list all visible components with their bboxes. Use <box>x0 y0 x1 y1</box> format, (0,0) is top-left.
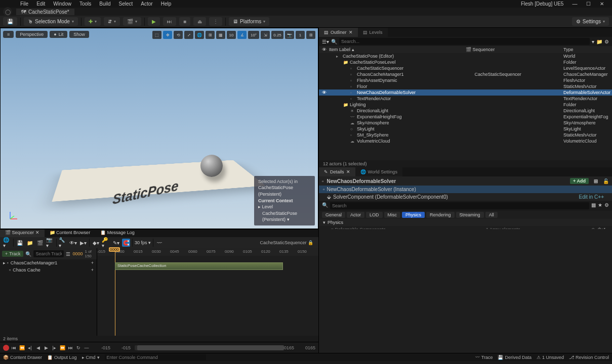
grid-snap-icon[interactable]: ▦ <box>216 31 225 39</box>
message-log-tab[interactable]: 📋 Message Log <box>95 230 140 237</box>
angle-snap-icon[interactable]: ∡ <box>237 31 247 39</box>
filter-chip[interactable]: Rendering <box>426 212 455 218</box>
tree-row[interactable]: ▫SM_SkySphereStaticMeshActor <box>319 132 612 138</box>
cinematics-button[interactable]: 🎬 <box>123 17 141 26</box>
render-icon[interactable]: 🎬 <box>36 239 44 247</box>
range-button[interactable]: — <box>83 345 90 350</box>
outliner-search-input[interactable] <box>339 38 590 45</box>
track-search-input[interactable] <box>33 250 64 257</box>
sequencer-tab[interactable]: 🎬 Sequencer ✕ <box>0 230 45 237</box>
filter-chip[interactable]: Streaming <box>456 212 484 218</box>
details-body[interactable]: ▾ Physics ▾ Deformable Components1 Array… <box>319 219 612 229</box>
surface-snap-icon[interactable]: ⊞ <box>206 31 215 39</box>
eye-icon[interactable]: 👁 <box>322 47 329 52</box>
revision-control-button[interactable]: ⎇ Revision Control <box>569 355 609 360</box>
playback-icon[interactable]: ▶▾ <box>79 239 87 247</box>
close-icon[interactable]: ✕ <box>349 30 353 35</box>
goto-end-button[interactable]: ⏭ <box>67 345 74 350</box>
dropdown-icon[interactable]: ▾ <box>592 39 594 44</box>
menu-help[interactable]: Help <box>157 1 176 7</box>
tree-row[interactable]: ☀DirectionalLightDirectionalLight <box>319 108 612 114</box>
sequence-clip[interactable]: StaticPoseCacheCollection <box>115 262 283 270</box>
step-back-button[interactable]: ⏪ <box>18 345 25 350</box>
new-folder-icon[interactable]: 📁 <box>596 39 602 44</box>
actions-icon[interactable]: 🔧▾ <box>59 239 67 247</box>
flesh-asset-sphere[interactable] <box>200 155 223 177</box>
details-search-input[interactable] <box>330 202 589 209</box>
viewmode-dropdown[interactable]: ● Lit <box>50 31 67 38</box>
filter-chip[interactable]: All <box>485 212 498 218</box>
col-item-label[interactable]: Item Label ▴ <box>329 47 466 52</box>
camera-speed-value[interactable]: 1 <box>296 31 305 39</box>
track-row[interactable]: ▸ ▫ ChaosCacheManager1+ <box>0 259 97 266</box>
tree-row[interactable]: ▸CacheStaticPose (Editor)World <box>319 53 612 59</box>
details-tab[interactable]: ✎ Details ✕ <box>319 167 355 176</box>
content-browser-tab[interactable]: 📁 Content Browser <box>45 230 96 237</box>
sequence-name[interactable]: CacheStaticSequencer 🔒 <box>260 240 315 245</box>
tree-row[interactable]: 〰ExponentialHeightFogExponentialHeightFo… <box>319 114 612 120</box>
menu-edit[interactable]: Edit <box>32 1 49 7</box>
output-log-button[interactable]: 📋 Output Log <box>47 355 77 360</box>
tree-row[interactable]: ▫TextRenderActorTextRenderActor <box>319 96 612 102</box>
menu-select[interactable]: Select <box>115 1 137 7</box>
viewport[interactable]: ≡ Perspective ● Lit Show ⬚ ✥ ⟲ ⤢ 🌐 ⊞ ▦ 1… <box>0 28 318 229</box>
tree-row[interactable]: ☁VolumetricCloudVolumetricCloud <box>319 138 612 144</box>
cmd-button[interactable]: ▸ Cmd ▾ <box>82 355 100 360</box>
reverse-play-button[interactable]: ◀ <box>34 345 42 350</box>
outliner-tree[interactable]: ▸CacheStaticPose (Editor)World📁CacheStat… <box>319 53 612 160</box>
col-sequencer[interactable]: 🎬 Sequencer <box>466 47 563 52</box>
coord-space-icon[interactable]: 🌐 <box>195 31 204 39</box>
close-icon[interactable]: ✕ <box>35 230 39 235</box>
levels-tab[interactable]: ▤ Levels <box>358 28 388 37</box>
scrub-bar[interactable] <box>135 345 280 350</box>
play-options[interactable]: ⋮ <box>209 17 222 26</box>
stop-button[interactable]: ■ <box>179 17 190 26</box>
show-dropdown[interactable]: Show <box>69 31 89 38</box>
lock-icon[interactable]: 🔓 <box>603 178 609 184</box>
trace-button[interactable]: 〰 Trace <box>475 355 493 360</box>
tree-row[interactable]: ▫FleshAssetDynamicFleshActor <box>319 77 612 83</box>
world-icon[interactable]: 🌐▾ <box>3 239 11 247</box>
tree-row[interactable]: 📁LightingFolder <box>319 102 612 108</box>
star-icon[interactable]: ★ <box>598 202 602 209</box>
camera-speed-icon[interactable]: 📷 <box>285 31 294 39</box>
menu-build[interactable]: Build <box>95 1 114 7</box>
next-key-button[interactable]: |▸ <box>51 345 58 350</box>
tree-row[interactable]: ▫FloorStaticMeshActor <box>319 83 612 89</box>
tree-row[interactable]: ▫CacheStaticSequencerLevelSequenceActor <box>319 65 612 71</box>
unsaved-button[interactable]: ⚠ 1 Unsaved <box>537 355 564 360</box>
tree-row[interactable]: ○SkyLightSkyLight <box>319 126 612 132</box>
add-key-icon[interactable]: + <box>91 267 94 272</box>
world-settings-tab[interactable]: 🌐 World Settings <box>355 167 402 176</box>
content-drawer-button[interactable]: 📦 Content Drawer <box>3 355 42 360</box>
save-icon[interactable]: 💾 <box>16 239 24 247</box>
save-button[interactable]: 💾 <box>3 17 17 26</box>
maximize-button[interactable]: ☐ <box>582 1 594 7</box>
fps-dropdown[interactable]: 30 fps ▾ <box>135 240 151 245</box>
add-track-button[interactable]: + Track <box>2 251 23 257</box>
menu-actor[interactable]: Actor <box>137 1 156 7</box>
add-content-button[interactable]: ✚ <box>85 17 101 26</box>
timeline[interactable]: -015000000150030004500600075009001050120… <box>97 248 318 336</box>
autokey-icon[interactable]: 🔑▾ <box>102 239 110 247</box>
hierarchy-icon[interactable]: ⊞ <box>592 178 600 184</box>
menu-window[interactable]: Window <box>49 1 75 7</box>
transform-rotate-icon[interactable]: ⟲ <box>174 31 183 39</box>
tree-row[interactable]: 📁CacheStaticPoseLevelFolder <box>319 59 612 65</box>
curve-editor-icon[interactable]: 〰 <box>155 239 164 247</box>
add-component-button[interactable]: + Add <box>570 178 589 184</box>
viewport-options[interactable]: ≡ <box>3 31 14 38</box>
add-key-icon[interactable]: + <box>91 260 94 265</box>
frame-number[interactable]: 0000 <box>72 251 83 256</box>
play-button[interactable]: ▶ <box>43 345 50 350</box>
snap-icon[interactable]: 🧲 <box>122 239 130 247</box>
grid-snap-value[interactable]: 10 <box>227 31 236 39</box>
grid-icon[interactable]: ▦ <box>591 202 596 209</box>
filter-chip[interactable]: General <box>322 212 345 218</box>
scale-snap-icon[interactable]: ⇲ <box>261 31 270 39</box>
edit-icon[interactable]: ✎▾ <box>112 239 120 247</box>
platforms-dropdown[interactable]: 🖥 Platforms <box>229 17 269 26</box>
filter-chip[interactable]: Physics <box>402 212 425 218</box>
perspective-dropdown[interactable]: Perspective <box>16 31 48 38</box>
settings-icon[interactable]: ⚙ <box>604 39 609 44</box>
